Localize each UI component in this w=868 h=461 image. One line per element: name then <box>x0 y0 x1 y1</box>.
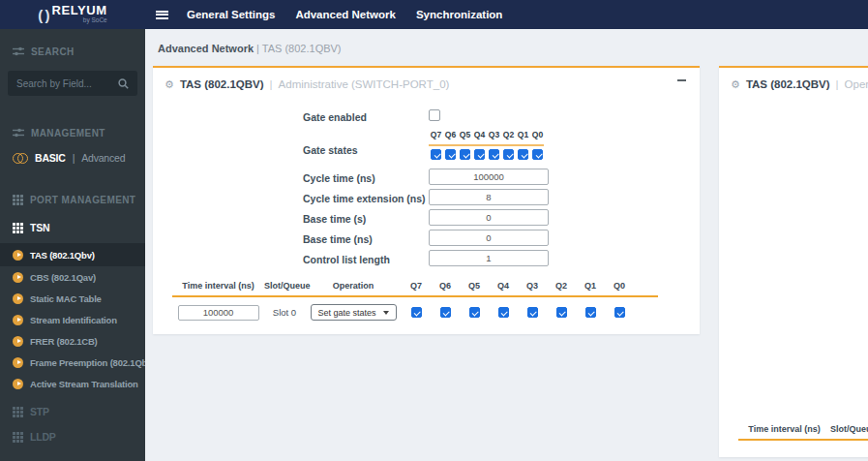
table-row: Slot 0 Set gate states <box>172 304 658 321</box>
card-subtitle: Operative (SWITCH-PORT_0) <box>845 78 868 90</box>
search-icon[interactable] <box>118 78 129 89</box>
card-title: TAS (802.1QBV) <box>180 78 264 90</box>
relyum-logo: ( ) RELYUM by SoCe <box>0 0 145 29</box>
col-q1: Q1 <box>576 281 605 291</box>
menu-advanced-network[interactable]: Advanced Network <box>295 9 396 20</box>
col-q6: Q6 <box>431 281 460 291</box>
sidebar-item-static-mac-table[interactable]: Static MAC Table <box>0 288 145 309</box>
gate-state-q1-checkbox[interactable] <box>518 149 528 160</box>
chevron-circle-icon <box>13 293 23 304</box>
search-input[interactable] <box>16 78 118 89</box>
card-title-separator: | <box>836 78 839 90</box>
collapse-icon[interactable] <box>677 79 686 81</box>
sidebar-item-frer[interactable]: FRER (802.1CB) <box>0 330 145 352</box>
menu-synchronization[interactable]: Synchronization <box>416 9 502 20</box>
cycle-time-extension-input[interactable] <box>429 189 549 205</box>
col-q2: Q2 <box>547 281 576 291</box>
sidebar-item-label: LLDP <box>30 431 56 443</box>
sidebar-item-tsn[interactable]: TSN <box>0 219 145 236</box>
queue-header: Q4 <box>472 130 487 139</box>
card-subtitle: Administrative (SWITCH-PORT_0) <box>279 78 450 90</box>
brand-subtitle: by SoCe <box>83 16 107 24</box>
queue-header-underline <box>429 144 544 146</box>
management-section-label: MANAGEMENT <box>31 128 105 138</box>
gate-state-q0-checkbox[interactable] <box>532 149 543 160</box>
sidebar: SEARCH MANAGEMENT BASIC | Advanced PORT … <box>0 29 145 461</box>
cycle-time-extension-label: Cycle time extension (ns) <box>303 193 426 204</box>
gate-state-q6-checkbox[interactable] <box>445 149 456 160</box>
control-list-length-input[interactable] <box>429 250 549 266</box>
queue-header: Q3 <box>487 130 501 139</box>
sidebar-item-basic-advanced[interactable]: BASIC | Advanced <box>0 149 145 167</box>
card-title: TAS (802.1QBV) <box>746 78 830 90</box>
tas-administrative-card: ⚙ TAS (802.1QBV) | Administrative (SWITC… <box>153 66 700 334</box>
basic-toggle-icon <box>13 153 28 163</box>
control-list-table: Time interval (ns) Slot/Queue Operation … <box>172 281 658 321</box>
gate-state-q4-checkbox[interactable] <box>474 149 485 160</box>
breadcrumb-section: Advanced Network <box>158 43 254 54</box>
gate-enabled-checkbox[interactable] <box>429 109 440 121</box>
control-list-table-header: Time interval (ns) Slot/Queue Operation … <box>172 281 658 297</box>
base-time-s-input[interactable] <box>429 209 549 226</box>
row-q3-checkbox[interactable] <box>527 307 538 318</box>
slot-queue-value: Slot 0 <box>264 307 305 318</box>
queue-header: Q7 <box>429 130 443 139</box>
gate-state-q7-checkbox[interactable] <box>431 149 441 160</box>
search-section-label: SEARCH <box>31 46 75 57</box>
sidebar-item-frame-preemption[interactable]: Frame Preemption (802.1Qbu) <box>0 352 145 373</box>
sidebar-item-label: Static MAC Table <box>30 293 102 304</box>
grid-icon <box>13 407 23 417</box>
cycle-time-label: Cycle time (ns) <box>303 172 375 184</box>
cycle-time-input[interactable] <box>429 169 549 185</box>
base-time-s-label: Base time (s) <box>303 213 366 225</box>
sidebar-item-stream-identification[interactable]: Stream Identification <box>0 309 145 330</box>
queue-header: Q6 <box>443 130 458 139</box>
hamburger-menu-icon[interactable] <box>156 11 168 19</box>
sidebar-item-label: Stream Identification <box>30 315 117 325</box>
row-q1-checkbox[interactable] <box>585 307 596 318</box>
row-q7-checkbox[interactable] <box>411 307 422 318</box>
row-q2-checkbox[interactable] <box>556 307 567 318</box>
col-operation: Operation <box>305 281 402 291</box>
gate-states-checkbox-row <box>429 149 545 160</box>
chevron-circle-icon <box>13 272 23 283</box>
top-menu: General Settings Advanced Network Synchr… <box>187 9 502 20</box>
col-q7: Q7 <box>402 281 431 291</box>
sidebar-item-label: Frame Preemption (802.1Qbu) <box>30 357 145 368</box>
row-q4-checkbox[interactable] <box>498 307 509 318</box>
queue-header: Q5 <box>458 130 472 139</box>
tas-operative-card: ⚙ TAS (802.1QBV) | Operative (SWITCH-POR… <box>719 66 868 457</box>
breadcrumb-separator: | <box>256 43 259 54</box>
sidebar-search-box <box>8 71 137 96</box>
sidebar-item-label: Active Stream Translation <box>30 379 138 389</box>
operation-select[interactable]: Set gate states <box>311 304 397 321</box>
grid-icon <box>13 195 23 205</box>
col-q0: Q0 <box>605 281 634 291</box>
sidebar-item-stp[interactable]: STP <box>0 399 145 424</box>
advanced-label: Advanced <box>81 152 125 164</box>
row-q0-checkbox[interactable] <box>614 307 625 318</box>
chevron-circle-icon <box>13 250 23 261</box>
top-navbar: ( ) RELYUM by SoCe General Settings Adva… <box>0 0 868 29</box>
sidebar-item-tas[interactable]: TAS (802.1Qbv) <box>0 243 145 266</box>
col-slot-queue: Slot/Queue <box>830 424 868 434</box>
gate-state-q3-checkbox[interactable] <box>489 149 499 160</box>
time-interval-input[interactable] <box>178 305 259 321</box>
gate-enabled-label: Gate enabled <box>303 111 367 123</box>
menu-general-settings[interactable]: General Settings <box>187 9 275 20</box>
sidebar-item-active-stream-translation[interactable]: Active Stream Translation <box>0 373 145 394</box>
sidebar-item-cbs[interactable]: CBS (802.1Qav) <box>0 266 145 288</box>
base-time-ns-input[interactable] <box>429 230 549 246</box>
queue-header: Q2 <box>501 130 516 139</box>
col-slot-queue: Slot/Queue <box>264 281 305 291</box>
sidebar-item-label: CBS (802.1Qav) <box>30 272 96 283</box>
row-q6-checkbox[interactable] <box>440 307 451 318</box>
sidebar-item-label: TAS (802.1Qbv) <box>30 250 95 261</box>
gate-state-q2-checkbox[interactable] <box>503 149 514 160</box>
row-q5-checkbox[interactable] <box>469 307 480 318</box>
basic-separator: | <box>73 152 75 164</box>
gate-state-q5-checkbox[interactable] <box>460 149 470 160</box>
sidebar-item-lldp[interactable]: LLDP <box>0 424 145 449</box>
chevron-circle-icon <box>13 315 23 325</box>
management-sliders-icon <box>13 128 24 138</box>
